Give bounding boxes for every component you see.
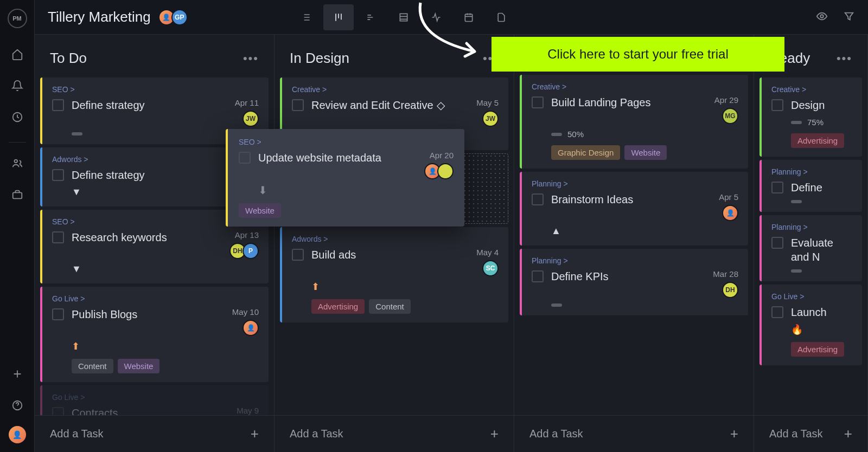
column-menu-icon[interactable]: ••• (837, 51, 852, 66)
card-category: Go Live > (52, 393, 259, 402)
task-card[interactable]: Planning > Define KPIs Mar 28 DH (520, 249, 748, 315)
member-avatars[interactable]: 👤GP (162, 9, 188, 25)
avatar: SC (482, 260, 499, 276)
add-task-button[interactable]: Add a Task+ (754, 415, 867, 452)
add-task-label: Add a Task (769, 428, 823, 440)
task-card[interactable]: Creative > Build Landing Pages Apr 29 MG… (520, 75, 748, 169)
add-task-button[interactable]: Add a Task+ (35, 415, 274, 452)
tag-advertising[interactable]: Advertising (311, 299, 365, 314)
card-title: Build ads (311, 248, 356, 262)
dragging-card[interactable]: SEO > Update website metadata Apr 20 👤 ⬇… (226, 129, 464, 227)
card-category: Planning > (771, 223, 852, 231)
card-avatars: JW (486, 111, 499, 127)
task-card[interactable]: Planning > Brainstorm Ideas Apr 5 👤 ▲ (520, 172, 748, 246)
add-task-button[interactable]: Add a Task+ (275, 415, 514, 452)
priority-fire-icon: 🔥 (791, 324, 852, 335)
progress-text: 75% (807, 118, 824, 127)
card-category: Planning > (771, 167, 852, 176)
cta-button[interactable]: Click here to start your free trial (492, 37, 784, 72)
avatar: 👤 (242, 320, 259, 336)
task-checkbox[interactable] (52, 407, 64, 415)
board-view-tab[interactable] (323, 4, 354, 30)
priority-bar-icon (791, 269, 802, 273)
task-checkbox[interactable] (52, 169, 64, 181)
task-card[interactable]: Planning > Evaluate and N (760, 215, 862, 281)
avatar: JW (482, 111, 499, 127)
task-checkbox[interactable] (52, 99, 64, 111)
plus-icon[interactable] (7, 363, 28, 385)
task-checkbox[interactable] (292, 99, 304, 111)
task-checkbox[interactable] (771, 182, 783, 193)
visibility-icon[interactable] (816, 10, 828, 24)
briefcase-icon[interactable] (7, 184, 28, 205)
app-logo[interactable]: PM (8, 9, 27, 28)
home-icon[interactable] (7, 43, 28, 65)
plus-icon: + (251, 425, 259, 442)
file-view-tab[interactable] (486, 4, 516, 30)
column-menu-icon[interactable]: ••• (243, 51, 259, 66)
sheet-view-tab[interactable] (388, 4, 419, 30)
avatar: MG (722, 108, 738, 124)
task-checkbox[interactable] (52, 231, 64, 243)
card-title: Review and Edit Creative◇ (311, 98, 445, 112)
task-card[interactable]: Go Live > Launch 🔥Advertising (760, 285, 862, 365)
card-title: Update website metadata (258, 151, 381, 165)
card-title: Build Landing Pages (551, 95, 650, 109)
calendar-view-tab[interactable] (454, 4, 484, 30)
activity-view-tab[interactable] (421, 4, 451, 30)
task-card[interactable]: Creative > Design 75%Advertising (760, 78, 862, 157)
clock-icon[interactable] (7, 106, 28, 128)
card-date: Apr 29 (714, 95, 738, 105)
add-task-button[interactable]: Add a Task+ (514, 415, 754, 452)
card-avatars: SC (486, 260, 499, 276)
task-checkbox[interactable] (52, 308, 64, 320)
avatar: DH (722, 282, 738, 298)
tag-website[interactable]: Website (239, 203, 281, 218)
tag-advertising[interactable]: Advertising (791, 342, 844, 357)
card-date: Mar 28 (713, 269, 738, 279)
tag-website[interactable]: Website (624, 145, 667, 160)
add-task-label: Add a Task (529, 428, 583, 440)
tag-content[interactable]: Content (72, 359, 113, 373)
card-date: Apr 13 (235, 230, 259, 240)
priority-up-icon: ⬆ (311, 281, 499, 293)
tag-advertising[interactable]: Advertising (791, 133, 844, 148)
card-avatars: 👤 (725, 205, 738, 221)
svg-point-1 (14, 160, 17, 163)
task-checkbox[interactable] (239, 152, 251, 164)
card-date: Apr 20 (430, 151, 454, 160)
filter-icon[interactable] (843, 10, 855, 24)
tag-website[interactable]: Website (118, 359, 160, 373)
task-checkbox[interactable] (532, 193, 544, 205)
card-date: May 5 (476, 98, 499, 107)
people-icon[interactable] (7, 152, 28, 174)
card-category: SEO > (239, 138, 454, 146)
kanban-column: To Do •••SEO > Define strategy Apr 11 JW… (35, 35, 275, 452)
task-card[interactable]: Planning > Define (760, 160, 862, 212)
bell-icon[interactable] (7, 75, 28, 96)
task-checkbox[interactable] (771, 99, 783, 111)
task-checkbox[interactable] (771, 306, 783, 318)
user-avatar[interactable]: 👤 (9, 426, 26, 443)
task-card[interactable]: Go Live > Publish Blogs May 10 👤 ⬆Conten… (40, 287, 269, 382)
tag-graphic[interactable]: Graphic Design (551, 145, 620, 160)
list-view-tab[interactable] (291, 4, 321, 30)
card-title: Define strategy (72, 98, 145, 112)
progress-bar (791, 121, 802, 124)
card-title: Publish Blogs (72, 307, 137, 321)
card-avatars: JW (246, 111, 259, 127)
task-checkbox[interactable] (771, 237, 783, 249)
task-checkbox[interactable] (292, 249, 304, 261)
task-card[interactable]: Adwords > Build ads May 4 SC ⬆Advertisin… (280, 227, 508, 322)
task-card[interactable]: Go Live > Contracts May 9 (40, 385, 269, 415)
task-checkbox[interactable] (532, 96, 544, 108)
help-icon[interactable] (7, 395, 28, 416)
priority-bar-icon (72, 132, 82, 135)
card-category: Planning > (532, 256, 738, 265)
tag-content[interactable]: Content (369, 299, 411, 314)
gantt-view-tab[interactable] (356, 4, 386, 30)
progress-bar (551, 133, 562, 136)
card-date: May 4 (476, 248, 499, 257)
task-checkbox[interactable] (532, 270, 544, 282)
card-avatars: DHP (233, 243, 259, 259)
